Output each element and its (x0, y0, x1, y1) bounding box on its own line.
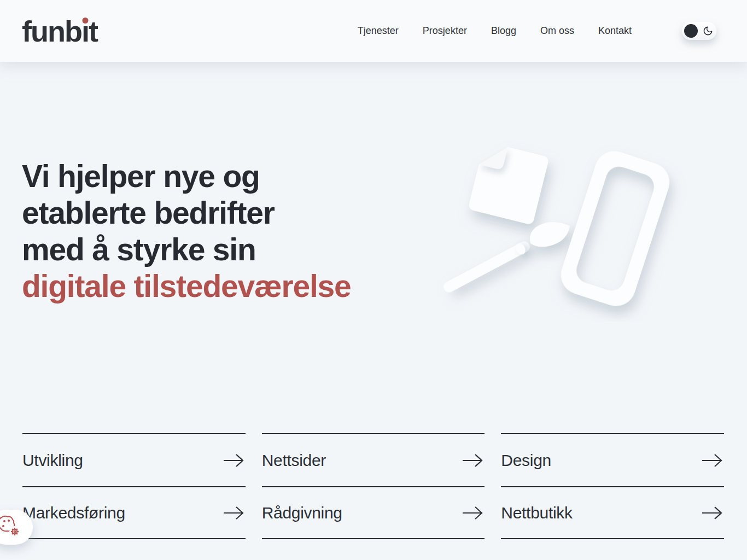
service-link-nettbutikk[interactable]: Nettbutikk (501, 486, 724, 539)
arrow-right-icon (223, 453, 244, 468)
toggle-knob (684, 24, 698, 38)
service-label: Utvikling (22, 451, 83, 470)
cookie-settings-button[interactable] (0, 510, 33, 545)
nav-item-om-oss[interactable]: Om oss (540, 25, 574, 37)
service-link-nettsider[interactable]: Nettsider (262, 433, 485, 486)
service-label: Nettbutikk (501, 504, 572, 522)
dark-mode-toggle[interactable] (682, 22, 716, 40)
hero-illustration (427, 133, 689, 322)
service-link-radgivning[interactable]: Rådgivning (262, 486, 485, 539)
cookie-settings-icon (0, 515, 22, 540)
hero-line-2: etablerte bedrifter (22, 195, 427, 231)
phone-shape (556, 146, 674, 311)
site-header: funbıt Tjenester Prosjekter Blogg Om oss… (0, 0, 747, 62)
hero-accent-line: digitale tilstedeværelse (22, 268, 427, 305)
main-nav: Tjenester Prosjekter Blogg Om oss Kontak… (358, 25, 632, 37)
arrow-right-icon (462, 506, 483, 520)
service-link-markedsforing[interactable]: Markedsføring (22, 486, 246, 539)
logo-text-prefix: funb (22, 16, 81, 46)
service-link-utvikling[interactable]: Utvikling (22, 433, 246, 486)
hero-line-1: Vi hjelper nye og (22, 158, 427, 195)
hero-heading: Vi hjelper nye og etablerte bedrifter me… (22, 158, 427, 305)
arrow-right-icon (462, 453, 483, 468)
services-grid: Utvikling Nettsider Design Markedsføring… (22, 433, 724, 539)
nav-item-prosjekter[interactable]: Prosjekter (423, 25, 467, 37)
logo-text-suffix: t (89, 16, 97, 46)
hero-line-3: med å styrke sin (22, 231, 427, 268)
brush-head-shape (530, 222, 570, 247)
service-link-design[interactable]: Design (501, 433, 724, 486)
moon-icon (703, 26, 713, 36)
logo-i-with-red-dot: ı (81, 16, 89, 46)
service-label: Markedsføring (22, 504, 125, 522)
logo[interactable]: funbıt (22, 16, 97, 46)
nav-item-tjenester[interactable]: Tjenester (358, 25, 399, 37)
service-label: Nettsider (262, 451, 326, 470)
arrow-right-icon (223, 506, 244, 520)
service-label: Design (501, 451, 551, 470)
arrow-right-icon (701, 453, 723, 468)
nav-item-kontakt[interactable]: Kontakt (598, 25, 632, 37)
arrow-right-icon (701, 506, 723, 520)
nav-item-blogg[interactable]: Blogg (491, 25, 516, 37)
paper-shape (468, 141, 549, 225)
service-label: Rådgivning (262, 504, 342, 522)
